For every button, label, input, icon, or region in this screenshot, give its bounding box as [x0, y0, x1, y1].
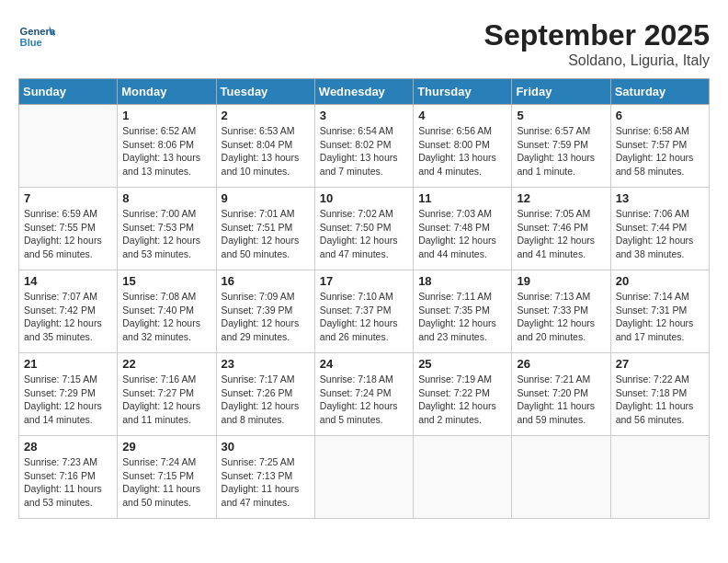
day-info: Sunrise: 7:06 AM Sunset: 7:44 PM Dayligh… [616, 207, 704, 261]
calendar-cell [610, 436, 709, 519]
calendar-cell: 20Sunrise: 7:14 AM Sunset: 7:31 PM Dayli… [610, 270, 709, 353]
calendar-cell: 5Sunrise: 6:57 AM Sunset: 7:59 PM Daylig… [512, 105, 610, 188]
calendar-cell: 16Sunrise: 7:09 AM Sunset: 7:39 PM Dayli… [216, 270, 314, 353]
calendar-cell: 12Sunrise: 7:05 AM Sunset: 7:46 PM Dayli… [512, 188, 610, 270]
day-info: Sunrise: 7:10 AM Sunset: 7:37 PM Dayligh… [320, 290, 408, 344]
calendar-cell: 29Sunrise: 7:24 AM Sunset: 7:15 PM Dayli… [118, 436, 216, 519]
day-info: Sunrise: 6:54 AM Sunset: 8:02 PM Dayligh… [320, 124, 408, 178]
day-info: Sunrise: 7:21 AM Sunset: 7:20 PM Dayligh… [517, 373, 605, 427]
day-info: Sunrise: 7:17 AM Sunset: 7:26 PM Dayligh… [222, 373, 310, 427]
day-number: 13 [616, 191, 704, 205]
header-thursday: Thursday [414, 79, 512, 105]
day-number: 6 [616, 109, 704, 122]
day-number: 19 [517, 274, 605, 288]
calendar-cell: 13Sunrise: 7:06 AM Sunset: 7:44 PM Dayli… [610, 188, 709, 270]
page-header: General Blue September 2025 Soldano, Lig… [18, 18, 710, 69]
week-row-3: 14Sunrise: 7:07 AM Sunset: 7:42 PM Dayli… [19, 270, 710, 353]
day-info: Sunrise: 6:52 AM Sunset: 8:06 PM Dayligh… [122, 124, 210, 178]
day-number: 24 [320, 357, 408, 371]
weekday-header-row: Sunday Monday Tuesday Wednesday Thursday… [19, 79, 710, 105]
day-number: 5 [517, 109, 605, 122]
day-info: Sunrise: 7:19 AM Sunset: 7:22 PM Dayligh… [418, 373, 506, 427]
header-wednesday: Wednesday [314, 79, 413, 105]
day-number: 2 [222, 109, 310, 122]
day-number: 14 [24, 274, 112, 288]
day-number: 26 [517, 357, 605, 371]
day-number: 18 [418, 274, 506, 288]
day-info: Sunrise: 6:53 AM Sunset: 8:04 PM Dayligh… [222, 124, 310, 178]
calendar-cell [19, 105, 118, 188]
location-subtitle: Soldano, Liguria, Italy [484, 52, 710, 69]
day-info: Sunrise: 7:05 AM Sunset: 7:46 PM Dayligh… [517, 207, 605, 261]
day-info: Sunrise: 7:00 AM Sunset: 7:53 PM Dayligh… [122, 207, 210, 261]
day-number: 15 [122, 274, 210, 288]
day-number: 3 [320, 109, 408, 122]
calendar-cell: 27Sunrise: 7:22 AM Sunset: 7:18 PM Dayli… [610, 353, 709, 436]
title-block: September 2025 Soldano, Liguria, Italy [484, 18, 710, 69]
header-tuesday: Tuesday [216, 79, 314, 105]
calendar-cell: 26Sunrise: 7:21 AM Sunset: 7:20 PM Dayli… [512, 353, 610, 436]
day-number: 10 [320, 191, 408, 205]
calendar-cell: 10Sunrise: 7:02 AM Sunset: 7:50 PM Dayli… [314, 188, 413, 270]
day-info: Sunrise: 6:59 AM Sunset: 7:55 PM Dayligh… [24, 207, 112, 261]
calendar-cell: 2Sunrise: 6:53 AM Sunset: 8:04 PM Daylig… [216, 105, 314, 188]
day-info: Sunrise: 7:23 AM Sunset: 7:16 PM Dayligh… [24, 455, 112, 510]
day-info: Sunrise: 7:18 AM Sunset: 7:24 PM Dayligh… [320, 373, 408, 427]
day-number: 16 [222, 274, 310, 288]
calendar-cell: 28Sunrise: 7:23 AM Sunset: 7:16 PM Dayli… [19, 436, 118, 519]
logo: General Blue [18, 18, 59, 55]
calendar-cell: 6Sunrise: 6:58 AM Sunset: 7:57 PM Daylig… [610, 105, 709, 188]
day-number: 25 [418, 357, 506, 371]
month-title: September 2025 [484, 18, 710, 52]
calendar-cell: 21Sunrise: 7:15 AM Sunset: 7:29 PM Dayli… [19, 353, 118, 436]
week-row-5: 28Sunrise: 7:23 AM Sunset: 7:16 PM Dayli… [19, 436, 710, 519]
calendar-cell: 30Sunrise: 7:25 AM Sunset: 7:13 PM Dayli… [216, 436, 314, 519]
day-info: Sunrise: 7:07 AM Sunset: 7:42 PM Dayligh… [24, 290, 112, 344]
calendar-cell: 7Sunrise: 6:59 AM Sunset: 7:55 PM Daylig… [19, 188, 118, 270]
calendar-cell: 15Sunrise: 7:08 AM Sunset: 7:40 PM Dayli… [118, 270, 216, 353]
day-info: Sunrise: 7:09 AM Sunset: 7:39 PM Dayligh… [222, 290, 310, 344]
calendar-cell: 4Sunrise: 6:56 AM Sunset: 8:00 PM Daylig… [414, 105, 512, 188]
week-row-1: 1Sunrise: 6:52 AM Sunset: 8:06 PM Daylig… [19, 105, 710, 188]
header-monday: Monday [118, 79, 216, 105]
day-number: 17 [320, 274, 408, 288]
header-friday: Friday [512, 79, 610, 105]
day-number: 9 [222, 191, 310, 205]
day-number: 11 [418, 191, 506, 205]
day-number: 1 [122, 109, 210, 122]
day-info: Sunrise: 7:03 AM Sunset: 7:48 PM Dayligh… [418, 207, 506, 261]
calendar-cell: 11Sunrise: 7:03 AM Sunset: 7:48 PM Dayli… [414, 188, 512, 270]
day-info: Sunrise: 7:01 AM Sunset: 7:51 PM Dayligh… [222, 207, 310, 261]
calendar-cell [414, 436, 512, 519]
calendar-cell: 22Sunrise: 7:16 AM Sunset: 7:27 PM Dayli… [118, 353, 216, 436]
day-number: 30 [222, 440, 310, 454]
day-info: Sunrise: 6:58 AM Sunset: 7:57 PM Dayligh… [616, 124, 704, 178]
calendar-cell [512, 436, 610, 519]
calendar-cell: 1Sunrise: 6:52 AM Sunset: 8:06 PM Daylig… [118, 105, 216, 188]
day-number: 28 [24, 440, 112, 454]
svg-text:Blue: Blue [20, 37, 42, 48]
day-number: 29 [122, 440, 210, 454]
calendar-cell: 25Sunrise: 7:19 AM Sunset: 7:22 PM Dayli… [414, 353, 512, 436]
header-sunday: Sunday [19, 79, 118, 105]
day-number: 7 [24, 191, 112, 205]
day-number: 21 [24, 357, 112, 371]
calendar-cell: 24Sunrise: 7:18 AM Sunset: 7:24 PM Dayli… [314, 353, 413, 436]
calendar-cell: 9Sunrise: 7:01 AM Sunset: 7:51 PM Daylig… [216, 188, 314, 270]
day-number: 12 [517, 191, 605, 205]
day-info: Sunrise: 7:15 AM Sunset: 7:29 PM Dayligh… [24, 373, 112, 427]
day-number: 27 [616, 357, 704, 371]
day-number: 8 [122, 191, 210, 205]
day-info: Sunrise: 6:57 AM Sunset: 7:59 PM Dayligh… [517, 124, 605, 178]
calendar-cell: 17Sunrise: 7:10 AM Sunset: 7:37 PM Dayli… [314, 270, 413, 353]
day-info: Sunrise: 7:22 AM Sunset: 7:18 PM Dayligh… [616, 373, 704, 427]
calendar-cell: 14Sunrise: 7:07 AM Sunset: 7:42 PM Dayli… [19, 270, 118, 353]
calendar-cell: 18Sunrise: 7:11 AM Sunset: 7:35 PM Dayli… [414, 270, 512, 353]
calendar-table: Sunday Monday Tuesday Wednesday Thursday… [18, 78, 710, 519]
calendar-cell: 23Sunrise: 7:17 AM Sunset: 7:26 PM Dayli… [216, 353, 314, 436]
calendar-cell: 8Sunrise: 7:00 AM Sunset: 7:53 PM Daylig… [118, 188, 216, 270]
day-number: 20 [616, 274, 704, 288]
header-saturday: Saturday [610, 79, 709, 105]
calendar-cell [314, 436, 413, 519]
day-number: 23 [222, 357, 310, 371]
